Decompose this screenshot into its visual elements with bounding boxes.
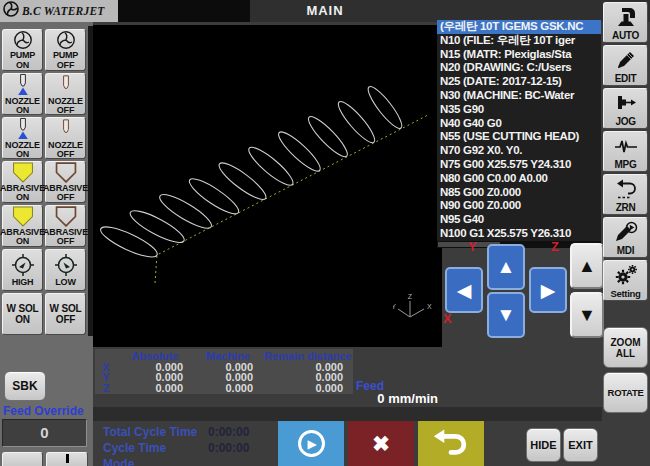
play-icon: ▶ [298,430,325,457]
hide-button[interactable]: HIDE [526,428,561,462]
low-button[interactable]: LOW [45,249,86,291]
rotate-label: ROTATE [608,387,644,398]
gcode-line[interactable]: N25 (DATE: 2017-12-15) [437,75,601,89]
jog-x-minus-button[interactable]: ◀ [445,267,483,313]
gcode-line[interactable]: N35 G90 [437,103,601,117]
y-machine-value: 0.000 [193,372,263,383]
menu-label: MPG [615,160,637,170]
jog-y-plus-button[interactable]: ▲ [487,244,525,290]
gcode-list[interactable]: (우레탄 10T IGEMS GSK.NCN10 (FILE: 우레탄 10T … [437,20,601,241]
rotate-button[interactable]: ROTATE [603,372,648,413]
button-label: OFF [48,106,83,116]
gcode-line[interactable]: (우레탄 10T IGEMS GSK.NC [437,20,601,34]
cycle-start-button[interactable]: ▶ [278,421,344,466]
down-arrow-icon: ▼ [578,305,596,326]
menu-setting-button[interactable]: Setting [603,260,648,301]
feed-down-button[interactable] [2,452,43,466]
gcode-line[interactable]: N95 G40 [437,213,601,227]
nozzle2-off-button[interactable]: NOZZLEOFF [45,117,86,159]
menu-jog-button[interactable]: JOG [603,88,648,129]
gcode-line[interactable]: N100 G1 X25.575 Y26.310 [437,227,601,241]
nozzle-spray-icon [14,117,32,140]
wsol-off-button[interactable]: W SOLOFF [45,293,86,335]
up-arrow-icon: ▲ [497,256,516,278]
gcode-line[interactable]: N70 G92 X0. Y0. [437,144,601,158]
pump-icon [56,30,76,50]
gcode-line[interactable]: N30 (MACHINE: BC-Water [437,89,601,103]
abrasive-off-icon [54,206,78,227]
sbk-button[interactable]: SBK [4,371,46,401]
axis-y-label: Y [95,372,117,383]
axis-triad: Z Y X [393,291,437,325]
abrasive2-off-button[interactable]: ABRASIVEOFF [45,205,86,247]
feed-override-value: 0 [2,419,87,447]
gcode-line[interactable]: N80 G00 C0.00 A0.00 [437,172,601,186]
zoom-all-label: ZOOM ALL [610,337,642,359]
menu-label: EDIT [615,74,637,84]
exit-button[interactable]: EXIT [563,428,598,462]
up-arrow-icon: ▲ [578,256,596,277]
button-label: HIGH [12,278,34,288]
nozzle-spray-icon [14,73,32,96]
cycle-stop-button[interactable]: ✖ [348,421,414,466]
gcode-line[interactable]: N40 G40 G0 [437,117,601,131]
gcode-line[interactable]: N10 (FILE: 우레탄 10T iger [437,34,601,48]
button-label: ON [0,237,45,247]
gcode-line[interactable]: N75 G00 X25.575 Y24.310 [437,158,601,172]
menu-zrn-button[interactable]: ZRN [603,174,648,215]
pump-on-button[interactable]: PUMPON [2,29,43,71]
triad-x-label: X [427,303,432,310]
abrasive-off-button[interactable]: ABRASIVEOFF [45,161,86,203]
gcode-line[interactable]: N15 (MATR: Plexiglas/Sta [437,48,601,62]
nozzle-icon [57,117,75,140]
button-label: W SOL [50,303,82,314]
triad-y-label: Y [393,303,396,310]
left-arrow-icon: ◀ [457,279,472,302]
pump-icon [13,30,33,50]
crosshair-icon [11,253,35,277]
gcode-line[interactable]: N55 (USE CUTTING HEAD) [437,130,601,144]
menu-edit-button[interactable]: EDIT [603,45,648,86]
toolpath-canvas[interactable]: Z Y X [93,25,442,347]
jog-x-plus-button[interactable]: ▶ [529,267,567,313]
nozzle2-on-button[interactable]: NOZZLEON [2,117,43,159]
menu-mpg-button[interactable]: MPG [603,131,648,172]
feed-override-label: Feed Override [3,404,84,418]
nozzle-off-button[interactable]: NOZZLEOFF [45,73,86,115]
high-button[interactable]: HIGH [2,249,43,291]
position-header-remain: Remain distance [263,351,353,362]
pump-off-button[interactable]: PUMPOFF [45,29,86,71]
menu-label: JOG [615,117,635,127]
divider-band [93,407,602,421]
abrasive2-on-button[interactable]: ABRASIVEON [2,205,43,247]
position-panel: Absolute Machine Remain distance X 0.000… [95,349,353,394]
abrasive-on-icon [11,162,35,183]
logo: B.C WATERJET [0,0,118,22]
abrasive-on-icon [11,206,35,227]
exit-label: EXIT [568,439,592,451]
gcode-line[interactable]: N85 G00 Z0.000 [437,186,601,200]
button-label: OFF [48,150,83,160]
right-arrow-icon: ▶ [541,279,556,302]
logo-swirl-icon [3,1,19,21]
return-arrow-icon [431,427,471,461]
return-button[interactable] [418,421,484,466]
gcode-line[interactable]: N20 (DRAWING: C:/Users [437,61,601,75]
button-label: OFF [53,61,78,71]
gcode-line[interactable]: N90 G00 Z0.000 [437,199,601,213]
feed-value: 0 mm/min [340,391,438,406]
app-window: MAIN B.C WATERJET PUMPON PUMPOFF NOZZLEO… [0,0,650,466]
abrasive-on-button[interactable]: ABRASIVEON [2,161,43,203]
position-header-absolute: Absolute [117,351,193,362]
stop-x-icon: ✖ [372,432,390,456]
jog-z-minus-button[interactable]: ▼ [570,292,604,338]
menu-auto-button[interactable]: AUTO [603,2,648,43]
menu-mdi-button[interactable]: MDI [603,217,648,258]
jog-y-minus-button[interactable]: ▼ [487,292,525,338]
wsol-on-button[interactable]: W SOLON [2,293,43,335]
feed-up-button[interactable] [46,452,88,466]
jog-z-plus-button[interactable]: ▲ [570,243,604,289]
button-label: OFF [43,193,88,203]
zoom-all-button[interactable]: ZOOM ALL [603,327,648,368]
nozzle-on-button[interactable]: NOZZLEON [2,73,43,115]
